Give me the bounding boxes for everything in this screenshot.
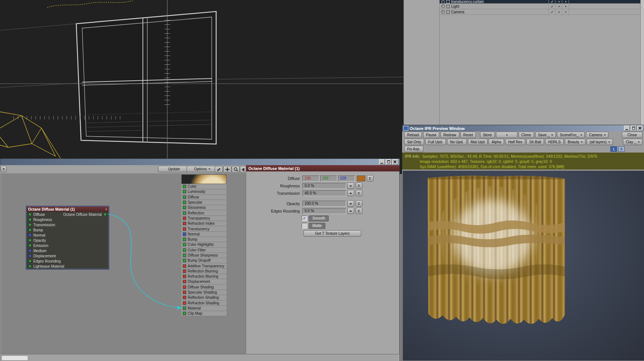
- opacity-field[interactable]: 100.0 %: [302, 201, 346, 207]
- edges-rounding-envelope-button[interactable]: E: [356, 208, 362, 214]
- check-icon[interactable]: [549, 9, 556, 14]
- redraw-button[interactable]: Redraw: [440, 132, 459, 138]
- alpha-button[interactable]: Alpha: [489, 139, 504, 145]
- opacity-stepper[interactable]: [347, 200, 354, 207]
- visibility-icon[interactable]: [441, 4, 445, 8]
- check-icon[interactable]: [549, 0, 556, 3]
- pause-button[interactable]: Pause: [423, 132, 439, 138]
- no-upd-button[interactable]: No Upd.: [447, 139, 467, 145]
- node-input-row[interactable]: Medium: [27, 248, 108, 253]
- node-input-row[interactable]: Edges Rounding: [27, 258, 108, 264]
- edges-rounding-field[interactable]: 0.0 %: [302, 208, 346, 214]
- octane-diffuse-material-node[interactable]: Octane Diffuse Material (1) Diffuse Octa…: [26, 206, 109, 269]
- node-editor-titlebar[interactable]: [0, 159, 399, 165]
- roughness-stepper[interactable]: [347, 183, 354, 189]
- half-res-button[interactable]: Half Res: [505, 139, 525, 145]
- output-socket-icon[interactable]: [104, 213, 107, 216]
- smooth-checkbox[interactable]: [302, 215, 307, 221]
- node-input-row[interactable]: Displacement: [27, 253, 108, 258]
- close-button[interactable]: [637, 126, 643, 131]
- ipr-titlebar[interactable]: Octane IPR Preview Window: [402, 125, 644, 131]
- channel-row[interactable]: Refraction Shading: [181, 301, 227, 306]
- hdrls-button[interactable]: HDRLS: [545, 139, 564, 145]
- channel-row[interactable]: Refraction Index: [181, 221, 227, 226]
- check-icon[interactable]: [549, 4, 556, 9]
- transmission-field[interactable]: 40.0 %: [302, 190, 346, 196]
- fix-asp-button[interactable]: Fix Asp.: [404, 146, 423, 152]
- input-socket-icon[interactable]: [28, 260, 31, 263]
- diffuse-color-swatch[interactable]: [357, 176, 365, 181]
- zoom-icon[interactable]: [232, 166, 240, 173]
- mat-upd-button[interactable]: Mat Upd: [468, 139, 488, 145]
- channel-row[interactable]: Color Filter: [181, 248, 227, 253]
- channel-row[interactable]: Diffuse: [181, 195, 227, 200]
- node-input-row[interactable]: Bump: [27, 227, 108, 233]
- maximize-button[interactable]: [386, 159, 392, 165]
- diffuse-b-field[interactable]: 028: [338, 176, 355, 181]
- channel-row[interactable]: Refraction Blurring: [181, 274, 227, 279]
- edges-rounding-stepper[interactable]: [347, 208, 354, 214]
- channel-row[interactable]: Normal: [181, 232, 227, 237]
- node-input-row[interactable]: Emission: [27, 243, 108, 248]
- transmission-stepper[interactable]: [347, 190, 354, 196]
- reload-button[interactable]: Reload: [404, 132, 422, 138]
- clone-button[interactable]: Clone: [519, 132, 534, 138]
- channel-row[interactable]: Additive Transparency: [181, 263, 227, 268]
- input-socket-icon[interactable]: [28, 244, 31, 247]
- scene-row-curtain[interactable]: translucency.curtain: [440, 0, 644, 4]
- node-input-row[interactable]: Normal: [27, 233, 108, 238]
- scene-focus-dropdown[interactable]: SceneFoc_: [557, 132, 585, 138]
- roughness-envelope-button[interactable]: E: [356, 183, 362, 189]
- node-input-row[interactable]: Diffuse Octane Diffuse Material: [27, 212, 108, 217]
- input-socket-icon[interactable]: [28, 228, 31, 231]
- channel-row-material[interactable]: Material: [181, 306, 227, 311]
- transmission-envelope-button[interactable]: E: [356, 190, 362, 196]
- partial-button[interactable]: e: [1, 166, 7, 172]
- input-socket-icon[interactable]: [28, 213, 31, 216]
- channel-row[interactable]: Glossiness: [181, 205, 227, 210]
- channel-row[interactable]: Specular Shading: [181, 290, 227, 295]
- full-upd-button[interactable]: Full Upd.: [425, 139, 446, 145]
- close-render-button[interactable]: Close: [622, 132, 643, 138]
- counter-right-field[interactable]: 0: [618, 146, 625, 152]
- channel-row[interactable]: Displacement: [181, 279, 227, 284]
- channel-row[interactable]: Diffuse Sharpness: [181, 253, 227, 258]
- maximize-button[interactable]: [631, 126, 637, 131]
- input-socket-icon[interactable]: [28, 265, 31, 268]
- node-input-row[interactable]: Lightwave Material: [27, 264, 108, 269]
- input-socket-icon[interactable]: [28, 218, 31, 221]
- input-socket-icon[interactable]: [28, 223, 31, 226]
- matte-checkbox[interactable]: [302, 223, 307, 228]
- store-dropdown[interactable]: [496, 132, 517, 138]
- edit-pencil-icon[interactable]: [215, 166, 223, 173]
- counter-left-field[interactable]: 1: [610, 146, 617, 152]
- layers-dropdown[interactable]: (all layers): [587, 139, 613, 145]
- channel-row[interactable]: Clip Map: [181, 311, 227, 316]
- node-input-row[interactable]: Roughness: [27, 217, 108, 222]
- input-socket-icon[interactable]: [28, 239, 31, 242]
- reset-button[interactable]: Reset: [460, 132, 476, 138]
- channel-row[interactable]: Color Highlights: [181, 242, 227, 247]
- node-input-row[interactable]: Opacity: [27, 238, 108, 243]
- node-header[interactable]: Octane Diffuse Material (1): [27, 207, 108, 212]
- channel-row[interactable]: Diffuse Shading: [181, 285, 227, 290]
- visibility-icon[interactable]: [441, 0, 445, 4]
- diffuse-r-field[interactable]: 136: [302, 176, 319, 181]
- perspective-viewport[interactable]: [0, 0, 403, 174]
- clay-dropdown[interactable]: Clay _: [623, 139, 643, 145]
- opacity-envelope-button[interactable]: E: [356, 200, 362, 207]
- channel-row[interactable]: Reflection Shading: [181, 295, 227, 300]
- smooth-toggle[interactable]: Smooth: [309, 215, 329, 221]
- input-socket-icon[interactable]: [28, 254, 31, 257]
- diffuse-envelope-button[interactable]: E: [367, 175, 373, 181]
- roughness-field[interactable]: 0.0 %: [302, 183, 346, 189]
- close-button[interactable]: [392, 159, 398, 165]
- sh-ball-button[interactable]: Sh.Ball: [526, 139, 544, 145]
- camera-dropdown[interactable]: Camera: [586, 132, 608, 138]
- store-button[interactable]: Store: [480, 132, 495, 138]
- scene-row-camera[interactable]: Camera: [440, 9, 644, 15]
- update-button[interactable]: Update: [158, 166, 190, 172]
- input-socket-icon[interactable]: [28, 249, 31, 252]
- matte-toggle[interactable]: Matte: [309, 223, 325, 229]
- diffuse-g-field[interactable]: 085: [320, 176, 337, 181]
